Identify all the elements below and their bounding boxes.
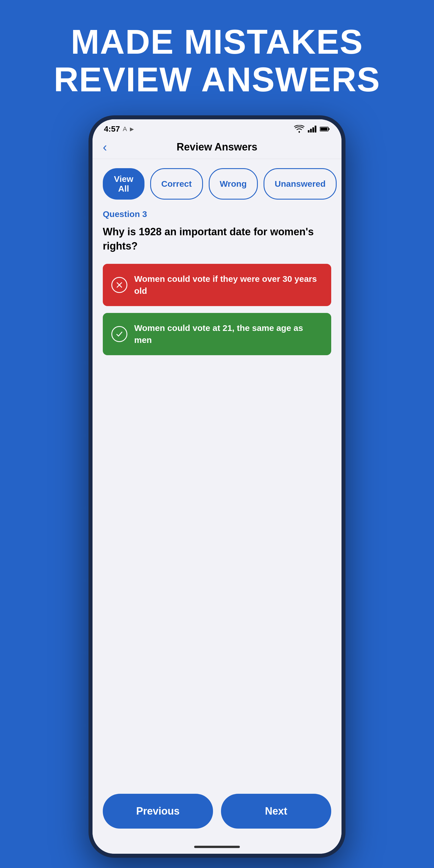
wifi-icon <box>294 125 304 133</box>
wrong-answer-text: Women could vote if they were over 30 ye… <box>134 273 323 297</box>
back-button[interactable]: ‹ <box>103 141 107 153</box>
signal-icon <box>308 126 316 132</box>
phone-wrapper: 4:57 A ▶ <box>89 115 345 858</box>
svg-rect-1 <box>308 130 310 132</box>
status-right <box>294 125 330 133</box>
status-left: 4:57 A ▶ <box>104 124 134 134</box>
status-icon-play: ▶ <box>130 126 134 132</box>
filter-wrong[interactable]: Wrong <box>209 168 258 199</box>
filter-correct[interactable]: Correct <box>150 168 203 199</box>
answer-correct[interactable]: Women could vote at 21, the same age as … <box>103 313 331 355</box>
status-icon-a: A <box>123 125 127 133</box>
svg-rect-3 <box>312 127 314 132</box>
phone-screen: 4:57 A ▶ <box>93 119 341 854</box>
svg-rect-6 <box>328 128 330 130</box>
answer-wrong[interactable]: Women could vote if they were over 30 ye… <box>103 264 331 306</box>
home-bar <box>194 846 240 848</box>
svg-rect-4 <box>315 126 316 132</box>
svg-rect-2 <box>310 129 312 132</box>
filter-view-all[interactable]: View All <box>103 168 145 199</box>
svg-rect-7 <box>320 128 328 130</box>
status-bar: 4:57 A ▶ <box>93 119 341 136</box>
nav-title: Review Answers <box>177 141 257 153</box>
status-time: 4:57 <box>104 124 120 134</box>
battery-icon <box>320 126 330 132</box>
svg-point-0 <box>299 131 300 133</box>
question-text: Why is 1928 an important date for women'… <box>103 225 331 253</box>
filter-unanswered[interactable]: Unanswered <box>264 168 337 199</box>
headline: MADE MISTAKES REVIEW ANSWERS <box>54 23 380 98</box>
question-label: Question 3 <box>103 209 331 219</box>
next-button[interactable]: Next <box>221 794 331 829</box>
previous-button[interactable]: Previous <box>103 794 213 829</box>
wrong-icon <box>111 277 127 293</box>
home-indicator <box>93 843 341 854</box>
headline-line2: REVIEW ANSWERS <box>54 61 380 98</box>
top-nav: ‹ Review Answers <box>93 136 341 159</box>
correct-icon <box>111 326 127 342</box>
headline-line1: MADE MISTAKES <box>54 23 380 61</box>
content-area: Question 3 Why is 1928 an important date… <box>93 207 341 497</box>
bottom-nav: Previous Next <box>93 785 341 843</box>
correct-answer-text: Women could vote at 21, the same age as … <box>134 322 323 346</box>
filter-row: View All Correct Wrong Unanswered <box>93 159 341 207</box>
